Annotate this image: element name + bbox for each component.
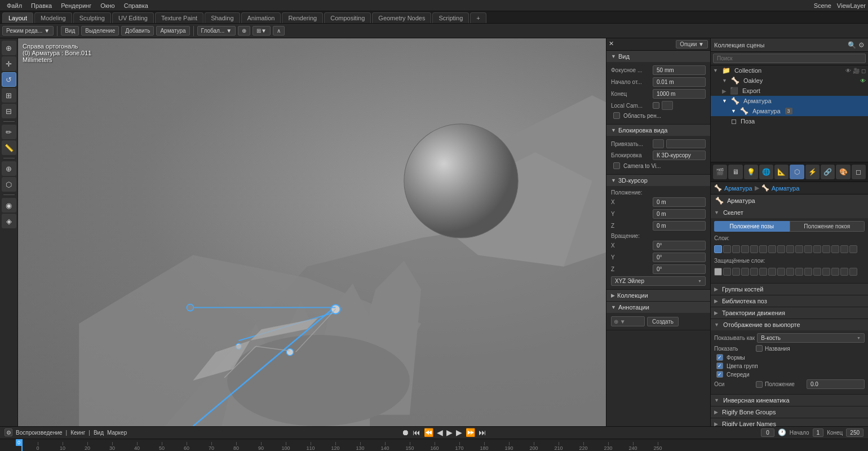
active-tool-btn[interactable]: ◈: [2, 214, 16, 228]
outliner-item-armature-parent[interactable]: ▼ 🦴 Арматура: [711, 96, 868, 106]
scale-tool-btn[interactable]: ⊞: [2, 88, 16, 103]
move-tool-btn[interactable]: ✛: [2, 56, 16, 71]
prot-layer-10[interactable]: [804, 268, 812, 276]
lock-to-value[interactable]: К 3D-курсору: [653, 151, 706, 160]
rest-mode-btn[interactable]: Положение покоя: [790, 221, 865, 232]
prev-frame-btn[interactable]: ◀: [437, 428, 443, 437]
tab-add[interactable]: +: [470, 12, 486, 23]
pose-mode-btn[interactable]: Положение позы: [714, 221, 790, 232]
tab-scripting[interactable]: Scripting: [432, 12, 469, 23]
options-btn[interactable]: Опции ▼: [676, 40, 708, 48]
global-selector[interactable]: Глобал... ▼: [197, 26, 236, 36]
tab-animation[interactable]: Animation: [241, 12, 281, 23]
next-frame-btn[interactable]: ▶: [456, 428, 462, 437]
focus-value[interactable]: 50 mm: [653, 65, 706, 75]
prop-scene-props-btn[interactable]: 📐: [774, 165, 789, 179]
prot-layer-12[interactable]: [822, 268, 830, 276]
outliner-item-armature-child[interactable]: ▼ 🦴 Арматура 3: [711, 106, 868, 116]
cursor-z-value[interactable]: 0 m: [653, 221, 706, 231]
prop-constraint-btn[interactable]: ◻: [852, 165, 866, 179]
menu-edit[interactable]: Правка: [26, 0, 56, 11]
show-in-front-checkbox[interactable]: [716, 371, 723, 378]
snap-btn[interactable]: ⊞▼: [253, 26, 271, 36]
rot-mode-dropdown[interactable]: XYZ Эйлер: [611, 276, 706, 286]
eye-icon-oakley[interactable]: 👁: [860, 78, 866, 84]
prot-layer-2[interactable]: [732, 268, 740, 276]
cursor-rotz-value[interactable]: 0°: [653, 264, 706, 274]
rigify-layer-names-header[interactable]: ▶ Rigify Layer Names: [711, 418, 868, 426]
outliner-item-oakley[interactable]: ▼ 🦴 Oakley 👁: [711, 76, 868, 86]
menu-file[interactable]: Файл: [2, 0, 26, 11]
cursor-rotx-value[interactable]: 0°: [653, 241, 706, 250]
axes-value[interactable]: 0.0: [807, 379, 865, 389]
view-section-header[interactable]: ▼ Вид: [606, 51, 710, 62]
clip-end-value[interactable]: 1000 m: [653, 89, 706, 99]
view-label[interactable]: Вид: [94, 430, 104, 436]
mode-selector[interactable]: Режим реда... ▼: [2, 26, 54, 36]
prev-keyframe-btn[interactable]: ⏪: [424, 428, 433, 437]
render-region-checkbox[interactable]: [613, 112, 620, 119]
lock-view-header[interactable]: ▼ Блокировка вида: [606, 125, 710, 136]
render-icon-collection[interactable]: ◻: [861, 68, 866, 74]
prop-physics-btn[interactable]: 🎨: [836, 165, 850, 179]
cursor-tool-btn[interactable]: ⊕: [2, 41, 16, 55]
prop-object-btn[interactable]: ⬡: [790, 165, 804, 179]
bone-layer-6[interactable]: [768, 245, 776, 253]
keying-label[interactable]: Кеинг: [70, 430, 85, 436]
next-keyframe-btn[interactable]: ⏩: [466, 428, 475, 437]
prop-view-layer-btn[interactable]: 🌐: [759, 165, 773, 179]
end-frame-input[interactable]: 250: [846, 428, 863, 437]
bone-layer-3[interactable]: [741, 245, 749, 253]
eye-icon-collection[interactable]: 👁: [845, 68, 851, 74]
prot-layer-13[interactable]: [831, 268, 839, 276]
transform-btn[interactable]: ⊕: [238, 26, 250, 36]
camera-icon-collection[interactable]: 🎥: [853, 68, 860, 74]
camera-to-view-checkbox[interactable]: [613, 162, 620, 169]
motion-paths-header[interactable]: ▶ Траектории движения: [711, 307, 868, 319]
skip-end-btn[interactable]: ⏭: [479, 428, 486, 437]
annotate-tool-btn[interactable]: ✏: [2, 125, 16, 139]
bone-layer-2[interactable]: [732, 245, 740, 253]
show-names-checkbox[interactable]: [756, 345, 763, 352]
binding-picker[interactable]: [666, 139, 706, 148]
prop-btn[interactable]: ∧: [273, 26, 285, 36]
prop-modifier-btn[interactable]: ⚡: [805, 165, 820, 179]
show-shapes-checkbox[interactable]: [716, 354, 723, 361]
tab-rendering[interactable]: Rendering: [282, 12, 323, 23]
tab-shading[interactable]: Shading: [205, 12, 240, 23]
menu-render[interactable]: Рендеринг: [56, 0, 96, 11]
local-cam-btn[interactable]: [662, 101, 673, 110]
viewport-display-header[interactable]: ▼ Отображение во вьюпорте: [711, 319, 868, 330]
panel-close-btn[interactable]: ✕: [609, 40, 674, 48]
bone-layer-9[interactable]: [795, 245, 803, 253]
prot-layer-4[interactable]: [750, 268, 758, 276]
bone-tool-btn[interactable]: ⬡: [2, 177, 16, 192]
annotations-header[interactable]: ▼ Аннотации: [606, 302, 710, 313]
tab-texture-paint[interactable]: Texture Paint: [155, 12, 203, 23]
prop-render-btn[interactable]: 🖥: [728, 165, 742, 179]
prot-layer-1[interactable]: [723, 268, 731, 276]
prot-layer-15[interactable]: [849, 268, 857, 276]
play-btn[interactable]: ▶: [446, 428, 453, 437]
bone-layer-13[interactable]: [831, 245, 839, 253]
tab-sculpting[interactable]: Sculpting: [73, 12, 111, 23]
create-annotation-btn[interactable]: Создать: [647, 317, 679, 326]
paint-tool-btn[interactable]: ◉: [2, 198, 16, 213]
outliner-item-collection[interactable]: ▼ 📁 Collection 👁 🎥 ◻: [711, 65, 868, 76]
playback-label[interactable]: Воспроизведение: [16, 430, 63, 436]
prop-output-btn[interactable]: 💡: [744, 165, 758, 179]
cursor-roty-value[interactable]: 0°: [653, 253, 706, 262]
prot-layer-3[interactable]: [741, 268, 749, 276]
skeleton-header[interactable]: ▼ Скелет: [711, 207, 868, 218]
prot-layer-7[interactable]: [777, 268, 785, 276]
bone-layer-15[interactable]: [849, 245, 857, 253]
outliner-item-pose[interactable]: ◻ Поза: [711, 116, 868, 126]
show-group-colors-checkbox[interactable]: [716, 362, 723, 369]
cursor-x-value[interactable]: 0 m: [653, 197, 706, 207]
show-as-dropdown[interactable]: В-кость: [757, 333, 865, 343]
bone-layer-11[interactable]: [813, 245, 821, 253]
tab-modeling[interactable]: Modeling: [34, 12, 72, 23]
collections-header[interactable]: ▶ Коллекции: [606, 290, 710, 301]
tab-compositing[interactable]: Compositing: [324, 12, 371, 23]
add-menu[interactable]: Добавить: [121, 26, 154, 36]
